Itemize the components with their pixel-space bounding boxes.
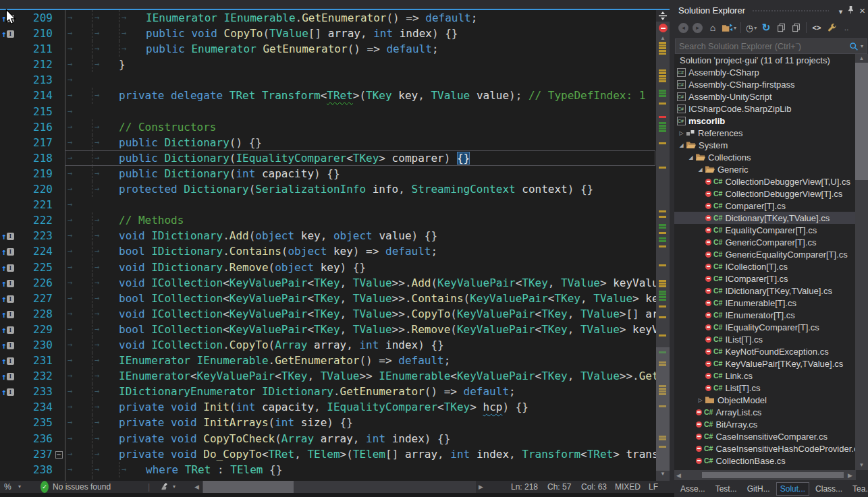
window-position-icon[interactable]: ▾: [839, 7, 843, 16]
tree-horizontal-scrollbar[interactable]: ◀ ▶: [674, 470, 856, 480]
tree-item-collections[interactable]: ◢Collections: [674, 151, 856, 163]
tree-item-assembly-unityscript[interactable]: C#Assembly-UnityScript: [674, 90, 856, 103]
implements-glyph-icon[interactable]: ↑I: [0, 243, 19, 260]
tree-item-ienumerator-t-cs[interactable]: C#IEnumerator[T].cs: [674, 309, 856, 321]
collapse-arrow-icon[interactable]: ◢: [696, 167, 705, 173]
view-code-icon[interactable]: <>: [811, 22, 823, 34]
implements-glyph-icon[interactable]: ↑I: [0, 384, 19, 400]
tree-hscroll-left-icon[interactable]: ◀: [676, 472, 681, 479]
tree-item-genericequalitycomparer-t-cs[interactable]: C#GenericEqualityComparer[T].cs: [674, 248, 856, 260]
tree-scroll-down-icon[interactable]: ▼: [855, 462, 868, 468]
implements-glyph-icon[interactable]: ↑I: [0, 291, 19, 307]
code-line-238[interactable]: 238→→→where TRet : TElem {}: [0, 462, 670, 477]
home-icon[interactable]: ⌂: [707, 22, 719, 34]
hscroll-right-arrow-icon[interactable]: ▶: [479, 481, 483, 493]
panel-tab-asse[interactable]: Asse...: [676, 482, 709, 496]
tree-item-objectmodel[interactable]: ▷ObjectModel: [674, 394, 856, 406]
tree-hscrollbar-thumb[interactable]: [702, 472, 844, 478]
code-line-230[interactable]: ↑I230→→void ICollection.CopyTo(Array arr…: [0, 337, 670, 353]
code-line-212[interactable]: 212→→}: [0, 57, 670, 72]
tree-item-icsharpcode-sharpziplib[interactable]: C#ICSharpCode.SharpZipLib: [674, 103, 856, 115]
tree-item-icollection-t-cs[interactable]: C#ICollection[T].cs: [674, 260, 856, 272]
code-line-235[interactable]: 235→→private void InitArrays(int size) {…: [0, 415, 670, 430]
properties-icon[interactable]: [825, 22, 838, 34]
implements-glyph-icon[interactable]: ↑I: [0, 306, 19, 322]
collapse-arrow-icon[interactable]: ◢: [686, 154, 695, 160]
close-icon[interactable]: ×: [859, 5, 865, 16]
code-line-236[interactable]: 236→→private void CopyToCheck(Array arra…: [0, 431, 670, 446]
code-line-220[interactable]: 220→→protected Dictionary(SerializationI…: [0, 181, 670, 197]
tree-item-ilist-t-cs[interactable]: C#IList[T].cs: [674, 333, 856, 345]
panel-splitter[interactable]: [670, 0, 674, 497]
collapse-all-icon[interactable]: [775, 22, 787, 34]
tree-item-caseinsensitivecomparer-cs[interactable]: C#CaseInsensitiveComparer.cs: [674, 430, 856, 442]
tree-item-collectiondebuggerview-t-u-cs[interactable]: C#CollectionDebuggerView[T,U].cs: [674, 175, 856, 187]
code-line-234[interactable]: 234→→private void Init(int capacity, IEq…: [0, 399, 670, 415]
zoom-control[interactable]: %: [4, 481, 11, 493]
tree-item-system[interactable]: ◢System: [674, 139, 856, 151]
editor-splitter-icon[interactable]: [656, 10, 670, 22]
code-line-233[interactable]: ↑I233→→IDictionaryEnumerator IDictionary…: [0, 384, 670, 399]
code-line-232[interactable]: ↑I232→→IEnumerator<KeyValuePair<TKey, TV…: [0, 368, 670, 384]
pin-icon[interactable]: [847, 7, 855, 16]
implements-glyph-icon[interactable]: ↑I: [0, 353, 19, 369]
implements-glyph-icon[interactable]: ↑I: [0, 275, 19, 291]
search-dropdown-icon[interactable]: ▾: [860, 43, 867, 49]
tree-item-dictionary-tkey-tvalue-cs[interactable]: C#Dictionary[TKey,TValue].cs: [674, 212, 856, 224]
editor-scrollbar-thumb[interactable]: [656, 347, 670, 471]
tree-scrollbar-thumb[interactable]: [855, 63, 868, 180]
scroll-up-arrow-icon[interactable]: ▲: [656, 35, 670, 41]
hscroll-left-arrow-icon[interactable]: ◀: [194, 481, 199, 493]
pending-changes-filter-icon[interactable]: ◷▾: [745, 22, 757, 34]
tree-item-generic[interactable]: ◢Generic: [674, 163, 856, 175]
tree-item-collectionbase-cs[interactable]: C#CollectionBase.cs: [674, 455, 856, 467]
code-line-228[interactable]: ↑I228→→void ICollection<KeyValuePair<TKe…: [0, 306, 670, 322]
tree-item-idictionary-tkey-tvalue-cs[interactable]: C#IDictionary[TKey,TValue].cs: [674, 285, 856, 297]
code-line-222[interactable]: 222→→// Methods: [0, 212, 670, 228]
tree-item-equalitycomparer-t-cs[interactable]: C#EqualityComparer[T].cs: [674, 224, 856, 236]
code-line-215[interactable]: 215→: [0, 104, 670, 119]
tree-item-link-cs[interactable]: C#Link.cs: [674, 370, 856, 382]
code-line-226[interactable]: ↑I226→→void ICollection<KeyValuePair<TKe…: [0, 275, 670, 291]
refresh-icon[interactable]: ↻: [760, 22, 772, 34]
panel-tab-class[interactable]: Class...: [811, 482, 846, 496]
implements-glyph-icon[interactable]: ↑I: [0, 322, 19, 338]
tree-item-iequalitycomparer-t-cs[interactable]: C#IEqualityComparer[T].cs: [674, 321, 856, 333]
code-line-211[interactable]: 211→→→public Enumerator GetEnumerator() …: [0, 41, 670, 57]
tree-item-comparer-t-cs[interactable]: C#Comparer[T].cs: [674, 200, 856, 212]
editor-hscrollbar-thumb[interactable]: [203, 481, 294, 493]
code-line-221[interactable]: 221→: [0, 197, 670, 212]
tree-item-list-t-cs[interactable]: C#List[T].cs: [674, 382, 856, 394]
expand-arrow-icon[interactable]: ▷: [696, 397, 705, 403]
code-line-209[interactable]: ↑I209→→→IEnumerator IEnumerable.GetEnume…: [0, 10, 670, 26]
code-line-231[interactable]: ↑I231→→IEnumerator IEnumerable.GetEnumer…: [0, 353, 670, 368]
tree-item-ienumerable-t-cs[interactable]: C#IEnumerable[T].cs: [674, 297, 856, 309]
zoom-dropdown-icon[interactable]: ▾: [18, 481, 21, 493]
code-line-225[interactable]: ↑I225→→void IDictionary.Remove(object ke…: [0, 260, 670, 275]
tree-item-assembly-csharp-firstpass[interactable]: C#Assembly-CSharp-firstpass: [674, 78, 856, 90]
code-line-210[interactable]: ↑I210→→→public void CopyTo(TValue[] arra…: [0, 26, 670, 41]
tree-vertical-scrollbar[interactable]: ▲ ▼: [855, 54, 868, 470]
collapse-arrow-icon[interactable]: ◢: [677, 142, 686, 148]
panel-tab-gith[interactable]: GitH...: [743, 482, 774, 496]
implements-glyph-icon[interactable]: ↑I: [0, 228, 19, 244]
code-line-216[interactable]: 216→→// Constructors: [0, 119, 670, 135]
code-line-213[interactable]: 213→: [0, 72, 670, 88]
tree-hscroll-right-icon[interactable]: ▶: [848, 472, 852, 479]
tree-scroll-up-icon[interactable]: ▲: [855, 55, 868, 61]
implements-glyph-icon[interactable]: ↑I: [0, 26, 19, 42]
back-icon[interactable]: ◂: [678, 23, 688, 33]
show-all-files-icon[interactable]: [790, 22, 802, 34]
code-line-237[interactable]: 237−→→private void Do_CopyTo<TRet, TElem…: [0, 446, 670, 462]
code-line-223[interactable]: ↑I223→→void IDictionary.Add(object key, …: [0, 228, 670, 243]
search-input[interactable]: [676, 42, 848, 51]
panel-tab-test[interactable]: Test...: [711, 482, 741, 496]
fold-collapse-icon[interactable]: −: [53, 446, 65, 462]
scroll-down-arrow-icon[interactable]: ▼: [656, 471, 670, 477]
tree-item-assembly-csharp[interactable]: C#Assembly-CSharp: [674, 66, 856, 78]
broom-dropdown-icon[interactable]: ▾: [173, 481, 175, 493]
tree-item-references[interactable]: ▷References: [674, 127, 856, 139]
implements-glyph-icon[interactable]: ↑I: [0, 337, 19, 353]
forward-icon[interactable]: ▸: [693, 23, 703, 33]
code-line-214[interactable]: 214→→private delegate TRet Transform<TRe…: [0, 88, 670, 103]
